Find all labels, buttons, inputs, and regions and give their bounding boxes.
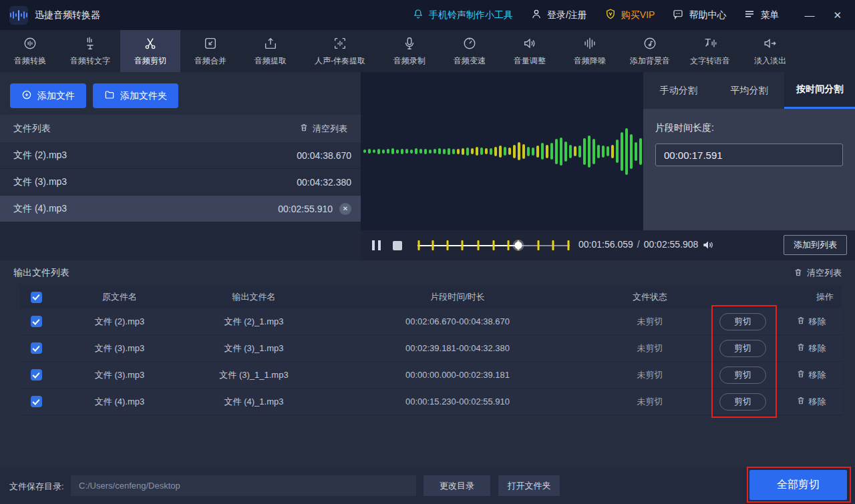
current-time: 00:01:56.059 [578,239,633,250]
add-to-list-button[interactable]: 添加到列表 [784,235,847,255]
clock-icon [462,36,477,53]
tab-audio-record[interactable]: 音频录制 [379,30,440,72]
row-checkbox[interactable] [31,369,42,381]
tab-vocal-separation[interactable]: 人声-伴奏提取 [301,30,379,72]
text-to-speech-icon [703,36,717,53]
login-link[interactable]: 登录/注册 [530,8,587,22]
split-settings-panel: 手动分割 平均分割 按时间分割 片段时间长度: [643,72,855,230]
clear-file-list-button[interactable]: 清空列表 [299,123,347,135]
tab-time-split[interactable]: 按时间分割 [784,72,855,109]
ringtone-tool-link[interactable]: 手机铃声制作小工具 [412,8,513,22]
tab-text-to-speech[interactable]: 文字转语音 [680,30,740,72]
output-list-title: 输出文件列表 [13,267,69,279]
vocal-separation-icon [333,36,347,53]
remove-file-icon[interactable]: ✕ [339,203,351,215]
clear-output-list-button[interactable]: 清空列表 [794,267,842,279]
file-list-empty-area [0,222,361,260]
minimize-button[interactable]: — [802,9,817,21]
feature-toolbar: 音频转换 音频转文字 音频剪切 音频合并 音频提取 人声-伴奏提取 音频录制 [0,30,855,72]
microphone-icon [402,36,417,53]
tab-audio-merge[interactable]: 音频合并 [180,30,240,72]
time-display: 00:01:56.059/00:02:55.908 [578,239,698,250]
app-logo-icon [9,6,28,25]
speaker-icon [522,36,537,53]
help-center-link[interactable]: 帮助中心 [672,8,726,22]
menu-button[interactable]: 菜单 [743,8,779,22]
cut-button[interactable]: 剪切 [719,313,766,330]
tab-audio-speed[interactable]: 音频变速 [440,30,500,72]
tab-volume-adjust[interactable]: 音量调整 [500,30,560,72]
cut-button[interactable]: 剪切 [719,340,766,357]
volume-icon[interactable] [701,238,715,254]
app-identity: 迅捷音频转换器 [9,6,100,25]
segment-duration-label: 片段时间长度: [655,122,843,134]
tab-manual-split[interactable]: 手动分割 [643,72,714,109]
footer-bar: 文件保存目录: 更改目录 打开文件夹 全部剪切 [0,467,855,504]
timeline-track[interactable] [417,240,570,250]
file-name: 文件 (4).mp3 [13,203,67,215]
close-button[interactable]: ✕ [830,9,844,21]
open-folder-button[interactable]: 打开文件夹 [498,475,560,496]
trash-icon [796,316,806,327]
fade-icon [763,36,778,53]
tab-add-bgm[interactable]: 添加背景音 [620,30,680,72]
app-window: 迅捷音频转换器 手机铃声制作小工具 登录/注册 购买VIP 帮助中心 菜单 [0,0,855,504]
waveform[interactable] [363,72,643,230]
file-row[interactable]: 文件 (3).mp3 00:04:32.380 [0,169,361,196]
file-row-selected[interactable]: 文件 (4).mp3 00:02:55.910 ✕ [0,196,361,222]
stop-button[interactable] [393,241,402,250]
row-checkbox[interactable] [31,316,42,327]
column-source: 原文件名 [52,291,187,303]
add-file-button[interactable]: 添加文件 [10,83,86,108]
segment-duration-input[interactable] [655,144,843,166]
file-list-panel: 添加文件 添加文件夹 文件列表 清空列表 文件 (2).mp3 00:04:38… [0,72,361,260]
select-all-checkbox[interactable] [31,292,42,303]
tab-audio-to-text[interactable]: 音频转文字 [60,30,120,72]
app-title: 迅捷音频转换器 [35,9,100,21]
buy-vip-link[interactable]: 购买VIP [605,8,655,22]
tab-fade[interactable]: 淡入淡出 [740,30,800,72]
trash-icon [796,396,806,407]
status-label: 未剪切 [594,316,705,328]
tab-audio-extract[interactable]: 音频提取 [240,30,301,72]
convert-icon [23,36,37,53]
output-table: 原文件名 输出文件名 片段时间/时长 文件状态 操作 文件 (2).mp3 文件… [20,286,842,415]
vip-badge-icon [605,8,617,22]
save-dir-input[interactable] [71,475,416,496]
pause-button[interactable] [372,240,381,250]
timeline-handle[interactable] [514,242,522,249]
user-icon [530,8,542,22]
remove-button[interactable]: 移除 [780,342,842,354]
output-section: 输出文件列表 清空列表 原文件名 输出文件名 片段时间/时长 文件状态 操作 文… [0,260,855,467]
column-action: 操作 [780,291,842,303]
cut-button[interactable]: 剪切 [719,366,766,384]
remove-button[interactable]: 移除 [780,396,842,408]
status-label: 未剪切 [594,342,705,354]
tab-audio-cut[interactable]: 音频剪切 [120,30,180,72]
music-circle-icon [643,36,657,53]
file-row[interactable]: 文件 (2).mp3 00:04:38.670 [0,142,361,169]
file-duration: 00:04:32.380 [297,177,351,188]
trash-icon [794,268,803,279]
cut-all-button[interactable]: 全部剪切 [749,470,847,500]
plus-circle-icon [21,89,32,102]
bell-icon [412,8,424,22]
row-checkbox[interactable] [31,396,42,407]
remove-button[interactable]: 移除 [780,316,842,328]
trash-icon [796,369,806,381]
file-name: 文件 (3).mp3 [13,176,67,188]
add-folder-button[interactable]: 添加文件夹 [93,83,178,108]
output-row: 文件 (2).mp3 文件 (2)_1.mp3 00:02:06.670-00:… [20,308,842,335]
column-range: 片段时间/时长 [321,291,594,303]
player-bar: 00:01:56.059/00:02:55.908 添加到列表 [361,230,855,260]
change-dir-button[interactable]: 更改目录 [423,475,490,496]
tab-audio-convert[interactable]: 音频转换 [0,30,60,72]
scissors-icon [143,36,158,53]
remove-button[interactable]: 移除 [780,369,842,381]
row-checkbox[interactable] [31,342,42,354]
tab-noise-reduction[interactable]: 音频降噪 [560,30,620,72]
output-table-header: 原文件名 输出文件名 片段时间/时长 文件状态 操作 [20,286,842,308]
tab-average-split[interactable]: 平均分割 [714,72,785,109]
cut-button[interactable]: 剪切 [719,393,766,411]
column-status: 文件状态 [594,291,705,303]
